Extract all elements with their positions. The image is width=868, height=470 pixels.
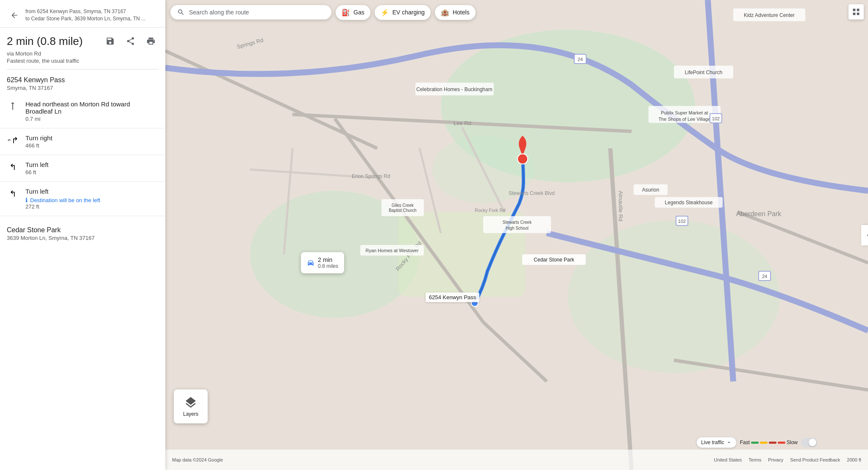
via-text: via Morton Rd <box>7 50 159 57</box>
step-2: ↰ Turn left 66 ft <box>0 155 165 182</box>
svg-text:24: 24 <box>578 57 583 62</box>
svg-text:Rocky Fork Rd: Rocky Fork Rd <box>475 208 506 213</box>
svg-text:Stewarts Creek Blvd: Stewarts Creek Blvd <box>509 190 555 196</box>
scale-text: 2000 ft <box>847 457 861 462</box>
steps-list: Head northeast on Morton Rd toward Broad… <box>0 95 165 220</box>
origin-address: Smyrna, TN 37167 <box>7 85 159 91</box>
svg-text:Erion Springs Rd: Erion Springs Rd <box>352 173 390 179</box>
svg-text:Publix Super Market at: Publix Super Market at <box>661 110 708 115</box>
step-1-instruction: Turn right <box>25 134 159 142</box>
layers-label: Layers <box>183 411 198 417</box>
destination-address: 3639 Morton Ln, Smyrna, TN 37167 <box>7 235 159 241</box>
map-background: Springs Rd Lee Rd Rocky Fork Rd Erion Sp… <box>165 0 868 470</box>
slow-label: Slow <box>787 439 798 445</box>
fastest-text: Fastest route, the usual traffic <box>7 58 159 64</box>
car-icon <box>307 259 314 267</box>
action-icons <box>103 33 159 49</box>
svg-text:Lee Rd: Lee Rd <box>453 120 471 126</box>
svg-text:Cedar Stone Park: Cedar Stone Park <box>534 257 574 263</box>
svg-text:LifePoint Church: LifePoint Church <box>685 70 723 75</box>
terms-link[interactable]: Terms <box>748 457 761 462</box>
step-1: ↱ Turn right 466 ft <box>0 128 165 155</box>
print-button[interactable] <box>143 33 159 49</box>
traffic-legend: Live traffic Fast Slow <box>696 437 817 448</box>
svg-text:Asurion: Asurion <box>642 187 659 193</box>
step-2-content: Turn left 66 ft <box>25 161 159 175</box>
from-text: from 6254 Kenwyn Pass, Smyrna, TN 37167 <box>25 8 145 15</box>
traffic-yellow-dot <box>760 442 768 444</box>
step-3-note-text: Destination will be on the left <box>30 197 100 203</box>
step-3-instruction: Turn left <box>25 188 159 195</box>
gas-icon: ⛽ <box>342 8 350 17</box>
origin-label: 6254 Kenwyn Pass <box>426 292 479 302</box>
traffic-label-text: Live traffic <box>701 439 724 445</box>
chevron-down-icon <box>726 439 732 445</box>
step-0: Head northeast on Morton Rd toward Broad… <box>0 95 165 128</box>
ev-charging-chip[interactable]: ⚡ EV charging <box>375 5 431 20</box>
duration-row: 2 min (0.8 mile) <box>0 28 165 50</box>
callout-duration: 2 min <box>318 256 338 263</box>
svg-text:The Shops of Lee Village: The Shops of Lee Village <box>659 117 711 122</box>
united-states-link[interactable]: United States <box>714 457 742 462</box>
svg-text:High School: High School <box>506 226 529 231</box>
step-1-distance: 466 ft <box>25 142 159 149</box>
svg-text:Celebration Homes - Buckingham: Celebration Homes - Buckingham <box>416 86 492 92</box>
step-1-content: Turn right 466 ft <box>25 134 159 149</box>
gas-label: Gas <box>353 9 364 16</box>
search-box[interactable]: Search along the route <box>170 5 331 19</box>
traffic-red-dot <box>778 442 785 444</box>
layers-icon <box>184 396 198 409</box>
live-traffic-button[interactable]: Live traffic <box>696 437 736 448</box>
share-button[interactable] <box>123 33 138 49</box>
ev-label: EV charging <box>392 9 425 16</box>
traffic-toggle[interactable] <box>801 438 817 447</box>
hotels-chip[interactable]: 🏨 Hotels <box>435 5 476 20</box>
step-0-content: Head northeast on Morton Rd toward Broad… <box>25 100 159 122</box>
svg-text:24: 24 <box>762 274 767 279</box>
route-meta: via Morton Rd Fastest route, the usual t… <box>0 50 165 69</box>
gas-chip[interactable]: ⛽ Gas <box>336 5 370 20</box>
svg-text:102: 102 <box>712 116 720 121</box>
traffic-orange-dot <box>769 442 776 444</box>
svg-text:Stewarts Creek: Stewarts Creek <box>503 220 532 225</box>
search-text: Search along the route <box>189 9 249 16</box>
svg-point-3 <box>568 220 780 373</box>
copyright-text: Map data ©2024 Google <box>172 457 223 462</box>
step-3-content: Turn left ℹ Destination will be on the l… <box>25 188 159 210</box>
bottom-bar: Map data ©2024 Google United States Term… <box>165 450 868 470</box>
origin-name: 6254 Kenwyn Pass <box>7 76 159 84</box>
panel-header: from 6254 Kenwyn Pass, Smyrna, TN 37167 … <box>0 0 165 28</box>
step-2-icon: ↰ <box>7 162 19 172</box>
step-3-icon: ↰ <box>7 189 19 199</box>
step-1-icon: ↱ <box>7 135 19 145</box>
step-2-distance: 66 ft <box>25 169 159 175</box>
route-info: from 6254 Kenwyn Pass, Smyrna, TN 37167 … <box>25 8 145 22</box>
svg-text:Ryan Homes at Westover: Ryan Homes at Westover <box>365 248 418 253</box>
hotels-label: Hotels <box>453 9 470 16</box>
hotels-icon: 🏨 <box>441 8 449 17</box>
svg-rect-39 <box>381 199 424 216</box>
svg-text:Aberdeen Park: Aberdeen Park <box>736 210 782 217</box>
privacy-link[interactable]: Privacy <box>768 457 783 462</box>
feedback-link[interactable]: Send Product Feedback <box>790 457 840 462</box>
step-0-instruction: Head northeast on Morton Rd toward Broad… <box>25 100 159 115</box>
destination-block: Cedar Stone Park 3639 Morton Ln, Smyrna,… <box>0 220 165 250</box>
map-callout: 2 min 0.8 miles <box>301 252 344 273</box>
legend-colors: Fast Slow <box>740 439 798 445</box>
step-2-instruction: Turn left <box>25 161 159 168</box>
origin-block: 6254 Kenwyn Pass Smyrna, TN 37167 <box>0 70 165 95</box>
duration-text: 2 min (0.8 mile) <box>7 35 83 48</box>
destination-name: Cedar Stone Park <box>7 226 159 234</box>
search-icon <box>177 8 185 16</box>
step-0-distance: 0.7 mi <box>25 116 159 122</box>
info-icon: ℹ <box>25 197 28 203</box>
svg-text:102: 102 <box>678 219 686 224</box>
svg-text:Baptist Church: Baptist Church <box>389 208 417 213</box>
step-0-icon <box>7 101 19 111</box>
callout-content: 2 min 0.8 miles <box>318 256 338 269</box>
step-3: ↰ Turn left ℹ Destination will be on the… <box>0 182 165 216</box>
back-button[interactable] <box>7 8 22 23</box>
map-area[interactable]: Springs Rd Lee Rd Rocky Fork Rd Erion Sp… <box>165 0 868 470</box>
save-button[interactable] <box>103 33 118 49</box>
layers-button[interactable]: Layers <box>174 389 208 423</box>
